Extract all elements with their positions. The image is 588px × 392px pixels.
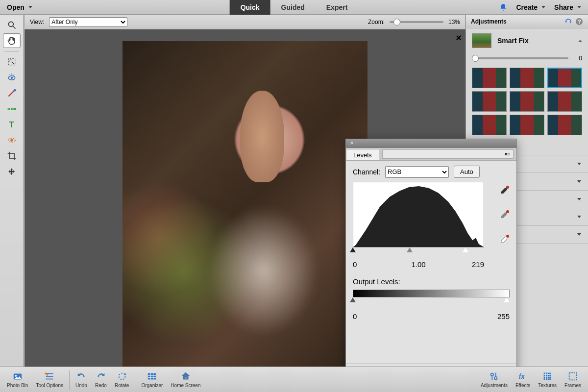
tab-expert[interactable]: Expert [316,0,359,15]
chevron-down-icon [577,163,581,165]
levels-auto-button[interactable]: Auto [454,166,480,178]
gray-eyedropper-icon[interactable] [498,210,510,221]
levels-titlebar[interactable]: × [346,139,516,148]
smartfix-preview[interactable] [472,115,507,135]
chevron-down-icon [541,6,545,8]
reset-icon[interactable] [564,18,572,25]
topbar-right: Create Share [499,0,588,14]
svg-rect-45 [569,373,577,380]
channel-select[interactable]: RGB [385,166,449,178]
move-tool[interactable] [3,164,21,179]
chevron-up-icon[interactable] [578,40,582,42]
white-point-handle[interactable] [463,247,468,252]
quick-select-tool[interactable] [3,54,21,69]
svg-text:fx: fx [519,373,526,380]
text-tool[interactable]: T [3,117,21,132]
open-menu[interactable]: Open [0,0,39,14]
smartfix-preview[interactable] [510,115,544,135]
svg-point-5 [10,77,12,79]
textures-tab-button[interactable]: Textures [534,371,561,388]
tool-options-button[interactable]: Tool Options [32,371,67,388]
input-black-value[interactable]: 0 [353,260,377,269]
effects-tab-button[interactable]: fxEffects [512,371,534,388]
black-point-handle[interactable] [350,247,356,252]
undo-button[interactable]: Undo [72,371,91,388]
chevron-down-icon [28,6,32,8]
svg-point-28 [15,375,17,377]
adjustments-tab-button[interactable]: Adjustments [477,371,512,388]
redo-button[interactable]: Redo [91,371,111,388]
input-mid-value[interactable]: 1.00 [377,260,460,269]
output-white-handle[interactable] [504,297,510,302]
output-white-value[interactable]: 255 [497,312,510,320]
close-icon[interactable]: × [348,140,356,147]
close-document-icon[interactable]: × [456,32,462,44]
smartfix-title: Smart Fix [497,37,572,45]
whiten-tool[interactable] [3,86,21,100]
notification-bell-icon[interactable] [499,3,507,11]
top-menu-bar: Open Quick Guided Expert Create Share [0,0,588,15]
output-levels-label: Output Levels: [353,277,510,286]
svg-line-8 [13,74,14,75]
levels-tab[interactable]: Levels [346,149,379,160]
adjustments-header: Adjustments ? [466,15,588,28]
smartfix-value: 0 [572,55,582,62]
tab-guided[interactable]: Guided [270,0,316,15]
mode-tabs: Quick Guided Expert [230,0,359,15]
output-levels-slider[interactable] [353,297,510,305]
svg-point-23 [506,235,509,238]
smartfix-preview[interactable] [547,91,582,112]
svg-point-2 [9,60,12,62]
bottom-task-bar: Photo Bin Tool Options Undo Redo Rotate … [0,367,588,392]
smartfix-preview[interactable] [510,91,544,112]
frames-tab-button[interactable]: Frames [561,371,585,388]
options-bar: View: After Only Zoom: 13% [24,15,466,29]
white-eyedropper-icon[interactable] [498,234,510,246]
straighten-tool[interactable] [3,101,21,116]
spot-heal-tool[interactable] [3,133,21,147]
redeye-tool[interactable] [3,70,21,85]
document-image[interactable] [122,41,368,369]
open-label: Open [7,3,24,11]
svg-point-41 [494,377,497,380]
output-black-handle[interactable] [350,297,356,302]
smartfix-preview[interactable] [510,68,544,88]
output-gradient [353,290,510,297]
svg-line-7 [9,74,10,75]
tab-quick[interactable]: Quick [230,0,270,15]
rotate-button[interactable]: Rotate [111,371,133,388]
svg-rect-33 [148,373,156,380]
svg-text:?: ? [578,19,581,24]
zoom-tool[interactable] [3,18,21,32]
svg-line-3 [12,62,14,64]
black-eyedropper-icon[interactable] [498,185,510,197]
smartfix-preview-grid [472,68,582,135]
input-white-value[interactable]: 219 [460,260,484,269]
hand-tool[interactable] [3,33,21,48]
svg-point-22 [506,210,509,213]
chevron-down-icon [577,198,581,200]
gray-point-handle[interactable] [407,247,413,252]
smartfix-slider[interactable] [472,57,568,59]
channel-label: Channel: [353,168,380,176]
tool-palette: T [0,15,24,367]
chevron-down-icon [577,233,581,236]
share-menu[interactable]: Share [554,3,581,11]
crop-tool[interactable] [3,148,21,163]
view-select[interactable]: After Only [49,17,127,27]
smartfix-preview[interactable] [547,115,582,135]
create-menu[interactable]: Create [516,3,545,11]
home-screen-button[interactable]: Home Screen [167,371,204,388]
smartfix-preview[interactable] [472,68,507,88]
chevron-down-icon [577,180,581,183]
zoom-slider[interactable] [390,21,443,23]
input-levels-slider[interactable] [353,247,484,255]
help-icon[interactable]: ? [575,18,583,25]
organizer-button[interactable]: Organizer [137,371,167,388]
svg-point-21 [506,186,509,189]
levels-preset-select[interactable]: ▾≡ [382,149,514,159]
smartfix-preview[interactable] [547,68,582,88]
output-black-value[interactable]: 0 [353,312,357,320]
photo-bin-button[interactable]: Photo Bin [3,371,32,388]
smartfix-preview[interactable] [472,91,507,112]
